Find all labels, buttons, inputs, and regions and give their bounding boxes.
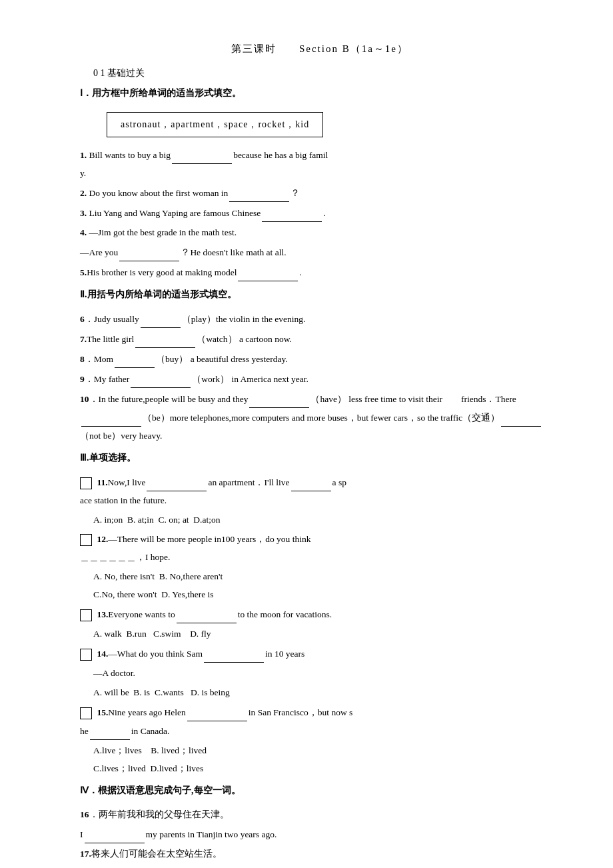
blank-15-1[interactable]: [187, 703, 247, 721]
section1-instruction: Ⅰ．用方框中所给单词的适当形式填空。: [80, 84, 560, 103]
page-title: 第三课时 Section B（1a～1e）: [80, 40, 560, 58]
item-14b: —A doctor.: [93, 664, 560, 682]
item-4b: —Are you ？He doesn't like math at all.: [80, 243, 560, 261]
blank-2-1[interactable]: [229, 183, 289, 202]
item-17-chinese: 17.将来人们可能会在太空站生活。: [80, 845, 560, 863]
blank-5-1[interactable]: [238, 263, 298, 281]
item-11: 11.Now,I live an apartment．I'll live a s…: [80, 473, 560, 509]
blank-8-1[interactable]: [115, 349, 155, 368]
item-13: 13.Everyone wants to to the moon for vac…: [80, 605, 560, 623]
bracket-12[interactable]: [80, 534, 92, 546]
blank-11-1[interactable]: [147, 473, 207, 491]
item-2: 2. Do you know about the first woman in …: [80, 183, 560, 202]
item-8: 8．Mom （buy） a beautiful dress yesterday.: [80, 349, 560, 368]
word-box: astronaut，apartment，space，rocket，kid: [107, 112, 323, 137]
blank-14-1[interactable]: [204, 644, 264, 663]
item-12: 12.—There will be more people in100 year…: [80, 530, 560, 566]
item-3: 3. Liu Yang and Wang Yaping are famous C…: [80, 203, 560, 222]
blank-10-3[interactable]: [501, 408, 541, 427]
item-15: 15.Nine years ago Helen in San Francisco…: [80, 703, 560, 740]
bracket-11[interactable]: [80, 477, 92, 489]
blank-17-2[interactable]: [202, 864, 262, 868]
blank-16-1[interactable]: [85, 825, 145, 843]
bracket-15[interactable]: [80, 707, 92, 719]
blank-1-1[interactable]: [172, 145, 232, 164]
item-9: 9．My father （work） in America next year.: [80, 369, 560, 388]
item-6: 6．Judy usually （play）the violin in the e…: [80, 309, 560, 328]
section-4: Ⅳ．根据汉语意思完成句子,每空一词。 16．两年前我和我的父母住在天津。 I m…: [80, 781, 560, 868]
section4-instruction: Ⅳ．根据汉语意思完成句子,每空一词。: [80, 781, 560, 800]
blank-13-1[interactable]: [177, 605, 237, 623]
blank-17-3[interactable]: [267, 864, 326, 868]
blank-10-1[interactable]: [249, 389, 309, 408]
options-14: A. will be B. is C.wants D. is being: [93, 683, 560, 701]
part-label: 0 1 基础过关: [93, 65, 560, 81]
blank-17-4[interactable]: [329, 864, 389, 868]
section-3: Ⅲ.单项选择。 11.Now,I live an apartment．I'll …: [80, 449, 560, 777]
bracket-14[interactable]: [80, 649, 92, 661]
blank-3-1[interactable]: [262, 203, 322, 222]
item-14a: 14.—What do you think Sam in 10 years: [80, 644, 560, 663]
section3-instruction: Ⅲ.单项选择。: [80, 449, 560, 467]
options-13: A. walk B.run C.swim D. fly: [93, 625, 560, 643]
item-1: 1. Bill wants to buy a big because he ha…: [80, 145, 560, 182]
item-7: 7.The little girl （watch） a cartoon now.: [80, 329, 560, 348]
section2-instruction: Ⅱ.用括号内所给单词的适当形式填空。: [80, 285, 560, 304]
blank-15-2[interactable]: [90, 721, 130, 740]
blank-11-2[interactable]: [291, 473, 331, 491]
options-11: A. in;on B. at;in C. on; at D.at;on: [93, 511, 560, 529]
item-16-english: I my parents in Tianjin two years ago.: [80, 825, 560, 843]
section-2: Ⅱ.用括号内所给单词的适当形式填空。 6．Judy usually （play）…: [80, 285, 560, 445]
blank-10-2[interactable]: [81, 408, 141, 427]
blank-17-1[interactable]: [139, 864, 199, 868]
item-17-english: People may live in a fewyears.: [80, 864, 560, 868]
section-1: Ⅰ．用方框中所给单词的适当形式填空。 astronaut，apartment，s…: [80, 84, 560, 281]
options-12: A. No, there isn't B. No,there aren't C.…: [93, 567, 560, 603]
options-15: A.live；lives B. lived；lived C.lives；live…: [93, 741, 560, 777]
item-10: 10．In the future,people will be busy and…: [80, 389, 560, 445]
blank-9-1[interactable]: [131, 369, 191, 388]
blank-4-1[interactable]: [119, 243, 179, 261]
item-4a: 4. —Jim got the best grade in the math t…: [80, 223, 560, 241]
item-5: 5.His brother is very good at making mod…: [80, 263, 560, 281]
item-16-chinese: 16．两年前我和我的父母住在天津。: [80, 805, 560, 823]
blank-7-1[interactable]: [135, 329, 195, 348]
blank-6-1[interactable]: [141, 309, 181, 328]
page-container: 第三课时 Section B（1a～1e） 0 1 基础过关 Ⅰ．用方框中所给单…: [80, 40, 560, 868]
bracket-13[interactable]: [80, 609, 92, 621]
